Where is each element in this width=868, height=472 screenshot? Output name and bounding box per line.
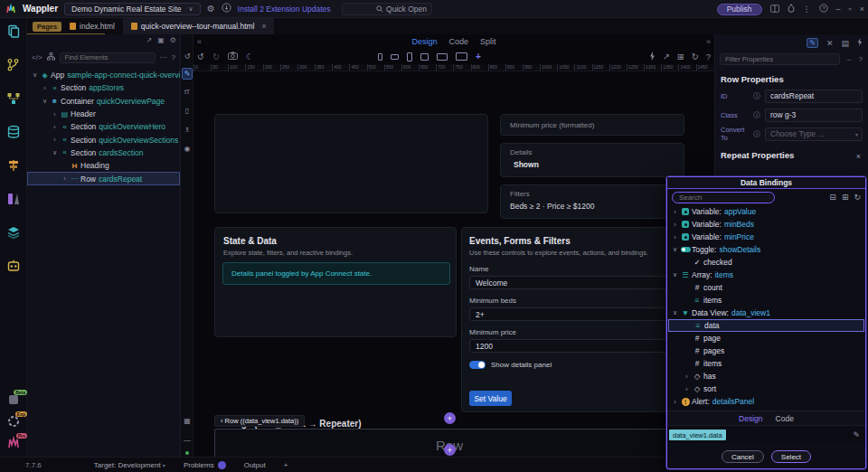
expander-icon[interactable]: › [671, 222, 679, 228]
expander-icon[interactable]: ∨ [41, 98, 49, 105]
property-class-input[interactable]: row g-3 [765, 109, 863, 122]
expander-icon[interactable]: › [51, 124, 59, 130]
window-minimize-icon[interactable]: – [836, 5, 841, 14]
binding-node-has[interactable]: ›◇has [667, 370, 865, 382]
expander-icon[interactable]: ∨ [31, 71, 39, 79]
expression-bar[interactable]: data_view1.data ✎ [667, 425, 865, 443]
edit-element-icon[interactable]: ✎ [182, 68, 193, 80]
collapse-all-icon[interactable]: ⊟ [829, 193, 836, 202]
collapse-right-icon[interactable]: » [706, 37, 711, 46]
visibility-eye-icon[interactable]: ◉ [181, 141, 193, 156]
stack-icon[interactable]: ▤ [841, 39, 849, 48]
binding-node-minprice[interactable]: ›Variable:minPrice [667, 231, 865, 243]
name-input[interactable]: Welcome [469, 276, 675, 289]
actions-bolt-icon[interactable] [857, 38, 863, 48]
view-tab-split[interactable]: Split [480, 37, 496, 46]
binding-node-item[interactable] [667, 408, 865, 411]
expander-icon[interactable]: ∨ [51, 149, 59, 156]
extensions-icon[interactable]: Beta [0, 390, 27, 409]
structure-node-sample-app-connect-quick-overview[interactable]: ∨◈Appsample-app-connect-quick-overview [27, 69, 180, 81]
tab-index-html[interactable]: index.html [61, 18, 123, 34]
find-elements-input[interactable] [60, 52, 156, 63]
refresh-icon[interactable]: ↻ [854, 193, 861, 202]
expander-icon[interactable]: ∨ [671, 309, 679, 316]
device-phone-small-icon[interactable] [378, 53, 382, 61]
binding-node-items[interactable]: ≡items [667, 294, 865, 307]
tab-quick-overview[interactable]: quick-overview--tour-manual.html × [123, 18, 275, 34]
expander-icon[interactable]: › [671, 399, 679, 405]
panel-settings-icon[interactable]: ⚙ [170, 37, 176, 44]
property-id-input[interactable]: cardsRepeat [765, 90, 863, 103]
view-tab-code[interactable]: Code [448, 37, 468, 46]
expander-icon[interactable]: › [51, 137, 59, 143]
quick-open-search[interactable]: Quick Open [342, 3, 432, 15]
device-phone-landscape-icon[interactable] [391, 54, 399, 60]
device-desktop-icon[interactable] [456, 52, 467, 61]
cut-icon[interactable]: ✕ [826, 39, 834, 48]
problems-button[interactable]: Problems [184, 461, 226, 469]
expander-icon[interactable]: › [683, 373, 691, 380]
layouts-icon[interactable] [0, 222, 27, 241]
structure-node-cardsrepeat[interactable]: ›⋯RowcardsRepeat [27, 172, 180, 184]
tree-view-icon[interactable] [47, 52, 55, 62]
show-details-toggle[interactable] [469, 361, 486, 369]
expander-icon[interactable]: ∨ [671, 271, 679, 278]
expander-icon[interactable]: › [41, 85, 49, 91]
screenshot-camera-icon[interactable] [228, 52, 238, 61]
structure-node-quickoverviewpage[interactable]: ∨■ContainerquickOverviewPage [27, 95, 180, 108]
lightning-icon[interactable] [649, 52, 656, 62]
code-view-icon[interactable]: </> [32, 54, 42, 61]
binding-node-appvalue[interactable]: ›Variable:appValue [667, 205, 865, 218]
export-icon[interactable]: ↗ [146, 37, 153, 44]
structure-node-header[interactable]: ›▤Header [27, 108, 180, 120]
window-maximize-icon[interactable]: ▫ [849, 5, 852, 14]
cloud-update-icon[interactable] [222, 3, 231, 14]
project-selector[interactable]: Demo Dynamic Real Estate Site ∨ [64, 3, 201, 15]
filter-properties-input[interactable] [720, 53, 840, 65]
property-convert-to-select[interactable]: Choose Type ...▾ [765, 127, 863, 141]
expander-icon[interactable]: › [671, 234, 679, 241]
database-manager-icon[interactable] [0, 122, 27, 141]
cancel-button[interactable]: Cancel [722, 450, 764, 463]
binding-node-page[interactable]: #page [667, 332, 865, 345]
binding-node-pages[interactable]: #pages [667, 345, 865, 357]
collapse-left-icon[interactable]: « [197, 37, 202, 46]
binding-node-checked[interactable]: ✓checked [667, 256, 865, 269]
set-value-button[interactable]: Set Value [469, 391, 512, 406]
publish-button[interactable]: Publish [717, 4, 762, 15]
structure-node-quickoverviewsections[interactable]: ›»SectionquickOverviewSections [27, 133, 180, 146]
binding-node-count[interactable]: #count [667, 281, 865, 294]
expander-icon[interactable]: ∨ [671, 246, 679, 253]
binding-node-items[interactable]: #items [667, 357, 865, 370]
copy-icon[interactable]: ▣ [157, 37, 165, 44]
text-tool-icon[interactable]: tT [181, 84, 193, 99]
split-view-icon[interactable] [770, 5, 779, 14]
styles-icon[interactable]: ♗ [181, 122, 193, 137]
expand-all-icon[interactable]: ⊞ [842, 193, 849, 202]
pro-features-icon[interactable]: Pro [0, 433, 27, 452]
beds-select[interactable]: 2+ ▾ [469, 307, 675, 321]
structure-node-heading[interactable]: HHeading [27, 159, 180, 172]
structure-node-cardssection[interactable]: ∨»SectioncardsSection [27, 146, 180, 159]
pages-badge[interactable]: Pages [33, 22, 61, 32]
dark-mode-moon-icon[interactable]: ☾ [246, 52, 254, 61]
design-tools-icon[interactable] [0, 189, 27, 208]
binding-node-data[interactable]: ≡data [668, 319, 864, 332]
mode-tab-code[interactable]: Code [776, 414, 794, 423]
kebab-menu-icon[interactable]: ⋮ [803, 5, 811, 14]
settings-gear-icon[interactable]: ⚙ [207, 5, 215, 14]
minimize-icon[interactable]: – [847, 55, 851, 63]
view-tab-design[interactable]: Design [411, 37, 437, 46]
theme-droplet-icon[interactable] [788, 4, 795, 14]
collapse-icon[interactable]: — [181, 432, 193, 447]
mode-tab-design[interactable]: Design [739, 414, 762, 423]
help-circle-icon[interactable]: ? [706, 52, 711, 61]
select-button[interactable]: Select [771, 450, 811, 463]
minprice-formatted-field[interactable]: Minimum price (formatted) [500, 114, 684, 136]
edit-properties-icon[interactable]: ✎ [807, 38, 818, 48]
extension-updates-link[interactable]: Install 2 Extension Updates [238, 5, 331, 14]
window-close-icon[interactable]: × [860, 5, 864, 14]
binding-node-data_view1[interactable]: ∨▼Data View:data_view1 [667, 307, 865, 319]
ai-assistant-icon[interactable] [0, 256, 27, 275]
git-manager-icon[interactable] [0, 55, 27, 74]
